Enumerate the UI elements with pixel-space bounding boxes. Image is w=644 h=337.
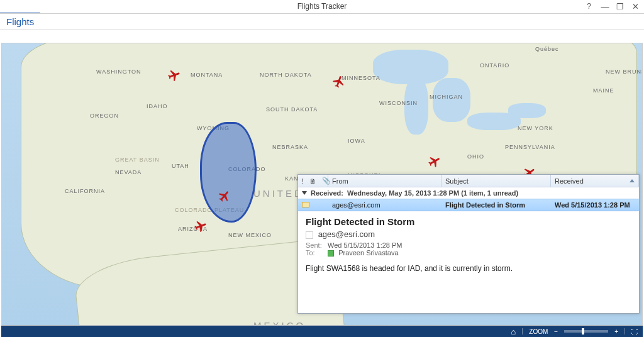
sort-caret-icon <box>630 179 635 182</box>
attachment-icon: 🗎 <box>309 177 316 185</box>
help-icon[interactable]: ? <box>587 0 591 13</box>
map-label: MICHIGAN <box>430 94 463 100</box>
mail-header-from[interactable]: From <box>328 175 441 187</box>
map-label: ONTARIO <box>480 62 509 69</box>
map-label: CALIFORNIA <box>65 188 105 194</box>
map-label: UTAH <box>172 163 189 169</box>
map-label: SOUTH DAKOTA <box>266 106 318 113</box>
preview-from: ages@esri.com <box>306 229 631 239</box>
mail-panel: ! 🗎 📎 From Subject Received Received: We… <box>297 174 640 314</box>
map-label: NEW YORK <box>518 125 553 131</box>
home-icon[interactable]: ⌂ <box>511 327 516 336</box>
map-label: PENNSYLVANIA <box>505 144 555 150</box>
map[interactable]: WASHINGTON MONTANA NORTH DAKOTA MINNESOT… <box>1 43 643 326</box>
preview-subject: Flight Detected in Storm <box>306 216 631 227</box>
storm-polygon[interactable] <box>200 122 257 223</box>
mail-item-from: ages@esri.com <box>328 201 441 209</box>
collapse-icon[interactable] <box>302 191 307 195</box>
preview-from-text: ages@esri.com <box>318 229 375 239</box>
preview-sent-label: Sent: <box>306 241 326 249</box>
map-label: MONTANA <box>191 72 223 78</box>
status-bar: ⌂ ZOOM − + ⛶ <box>1 326 643 337</box>
preview-to-value: Praveen Srivastava <box>338 249 398 257</box>
zoom-out-button[interactable]: − <box>554 328 558 335</box>
menu-tools[interactable]: TOOLS <box>40 0 83 13</box>
map-label: Québec <box>535 46 559 52</box>
mail-item-subject: Flight Detected in Storm <box>441 201 551 209</box>
map-label: WASHINGTON <box>96 69 142 75</box>
ribbon-title: Flights <box>0 14 644 30</box>
mail-item-row[interactable]: ages@esri.com Flight Detected in Storm W… <box>298 199 639 211</box>
map-label: NEVADA <box>115 169 142 175</box>
mail-header-received[interactable]: Received <box>551 175 639 187</box>
menu-view[interactable]: VIEW <box>83 0 120 13</box>
restore-button[interactable]: ❐ <box>614 2 626 11</box>
menu-file[interactable]: FILE <box>0 0 40 13</box>
mail-list-header: ! 🗎 📎 From Subject Received <box>298 175 639 187</box>
mail-item-received: Wed 5/15/2013 1:28 PM <box>551 201 639 209</box>
preview-to-label: To: <box>306 249 326 257</box>
importance-icon: ! <box>302 177 304 185</box>
map-label: NEW BRUNSWICK <box>606 69 643 75</box>
zoom-in-button[interactable]: + <box>614 328 618 335</box>
contact-icon <box>306 231 313 239</box>
map-country-label-mexico: MEXICO <box>253 320 306 326</box>
map-label: OREGON <box>90 113 119 119</box>
map-label: NORTH DAKOTA <box>260 72 312 78</box>
mail-group-row[interactable]: Received: Wednesday, May 15, 2013 1:28 P… <box>298 187 639 199</box>
mail-header-received-label: Received <box>555 177 584 185</box>
fullscreen-icon[interactable]: ⛶ <box>631 328 638 335</box>
envelope-icon <box>302 202 309 207</box>
close-button[interactable]: ✕ <box>629 2 641 11</box>
map-label: OHIO <box>467 153 484 160</box>
preview-sent-value: Wed 5/15/2013 1:28 PM <box>328 241 402 249</box>
mail-group-text: Wednesday, May 15, 2013 1:28 PM (1 item,… <box>347 189 518 197</box>
mail-header-flags[interactable]: ! 🗎 📎 <box>298 175 328 187</box>
mail-header-subject[interactable]: Subject <box>441 175 551 187</box>
mail-group-prefix: Received: <box>311 189 343 197</box>
zoom-slider[interactable] <box>564 330 608 333</box>
preview-body: Flight SWA1568 is headed for IAD, and it… <box>306 264 631 273</box>
menu-bar: FILE TOOLS VIEW <box>0 0 644 14</box>
map-label: IDAHO <box>147 103 168 109</box>
presence-icon <box>328 250 334 257</box>
mail-preview-pane: Flight Detected in Storm ages@esri.com S… <box>298 211 639 313</box>
zoom-label: ZOOM <box>529 328 548 335</box>
map-label: NEW MEXICO <box>228 232 272 238</box>
minimize-button[interactable]: — <box>599 2 611 11</box>
map-label: NEBRASKA <box>272 144 308 150</box>
map-label: WISCONSIN <box>379 100 418 106</box>
map-region-label: GREAT BASIN <box>115 157 160 163</box>
map-label: MAINE <box>593 87 614 94</box>
map-label: IOWA <box>348 138 365 144</box>
